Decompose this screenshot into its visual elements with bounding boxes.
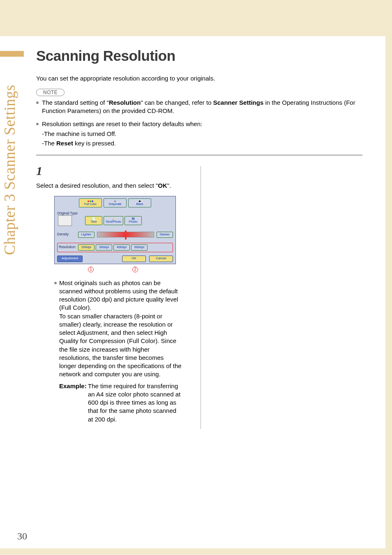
chapter-side-label: Chapter 3 Scanner Settings <box>0 85 20 255</box>
note-2-sub2: -The Reset key is pressed. <box>36 139 362 147</box>
step-number: 1 <box>36 163 54 180</box>
callout-2: 2 <box>132 267 138 272</box>
example-text: The time required for transferring an A4… <box>88 382 182 424</box>
cancel-button[interactable]: Cancel <box>149 256 173 262</box>
res-400-button[interactable]: 400dpi <box>113 244 130 251</box>
accent-bar <box>0 51 24 57</box>
page-title: Scanning Resolution <box>36 46 362 65</box>
res-200-button[interactable]: 200dpi <box>78 244 95 251</box>
note-pill: NOTE <box>36 89 65 96</box>
adjustment-button[interactable]: Adjustment <box>57 256 83 262</box>
orig-text-button[interactable]: 📄Text <box>85 216 102 225</box>
note-1-pre: The standard setting of " <box>42 99 109 106</box>
step-column: 1 Select a desired resolution, and then … <box>36 163 201 429</box>
step-text: Select a desired resolution, and then se… <box>36 179 172 190</box>
content-area: Scanning Resolution You can set the appr… <box>36 46 362 429</box>
note-1: The standard setting of "Resolution" can… <box>36 99 362 115</box>
orig-textphoto-button[interactable]: 📰Text/Photo <box>104 216 123 225</box>
divider <box>36 155 362 155</box>
example-label: Example: <box>59 382 87 389</box>
callout-1: 1 <box>88 267 94 272</box>
density-slider[interactable] <box>97 232 154 237</box>
res-300-button[interactable]: 300dpi <box>96 244 112 251</box>
note-1-bold1: Resolution <box>109 99 141 106</box>
note-2-line: Resolution settings are reset to their f… <box>42 120 202 127</box>
body-bullet: Most originals such as photos can be sca… <box>54 279 182 379</box>
lighter-button[interactable]: Lighter <box>78 232 95 238</box>
resolution-label: Resolution <box>59 245 77 249</box>
note-2-sub1: -The machine is turned Off. <box>36 130 362 138</box>
darker-button[interactable]: Darker <box>157 232 173 238</box>
page: Chapter 3 Scanner Settings Scanning Reso… <box>0 36 385 548</box>
orig-thumbnail <box>58 215 72 226</box>
page-number: 30 <box>17 531 27 542</box>
screenshot-wrap: Full Color Grayscale Black Origin <box>54 196 176 264</box>
column-divider <box>201 166 201 429</box>
intro-text: You can set the appropriate resolution a… <box>36 74 362 83</box>
tab-black[interactable]: Black <box>128 198 151 207</box>
tab-grayscale[interactable]: Grayscale <box>104 198 127 207</box>
example-block: Example: The time required for transferr… <box>59 382 182 424</box>
note-1-bold2: Scanner Settings <box>213 99 264 106</box>
step-row: 1 Select a desired resolution, and then … <box>36 163 362 429</box>
res-600-button[interactable]: 600dpi <box>131 244 148 251</box>
tab-full-color[interactable]: Full Color <box>79 198 102 207</box>
ok-button[interactable]: OK <box>122 256 146 262</box>
callouts: 1 2 <box>54 267 176 275</box>
orig-photo-button[interactable]: 🖼Photo <box>125 216 142 225</box>
device-screenshot: Full Color Grayscale Black Origin <box>54 196 176 264</box>
note-1-mid: " can be changed, refer to <box>141 99 213 106</box>
note-2: Resolution settings are reset to their f… <box>36 120 362 128</box>
density-label: Density <box>57 232 77 237</box>
